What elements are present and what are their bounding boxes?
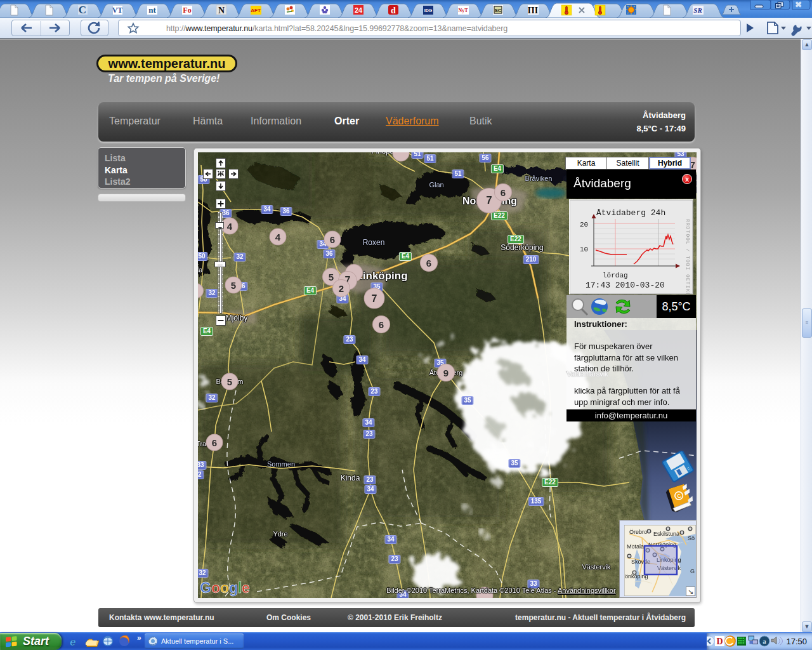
svg-text:a: a bbox=[763, 637, 766, 645]
svg-text:C: C bbox=[79, 4, 86, 16]
svg-text:Sö: Sö bbox=[688, 535, 695, 541]
svg-text:d: d bbox=[391, 6, 396, 15]
svg-text:»: » bbox=[137, 633, 141, 642]
svg-text:N: N bbox=[218, 6, 225, 15]
svg-text:G: G bbox=[200, 580, 211, 596]
svg-text:SC: SC bbox=[494, 8, 501, 13]
svg-text:nt: nt bbox=[148, 5, 156, 15]
svg-text:o: o bbox=[211, 580, 220, 596]
svg-text:RRDTOOL / TOBI OETIKER: RRDTOOL / TOBI OETIKER bbox=[685, 219, 691, 294]
svg-text:e: e bbox=[70, 636, 75, 648]
svg-text:AFT: AFT bbox=[251, 8, 261, 13]
svg-text:D: D bbox=[716, 637, 723, 646]
svg-text:Eskilstuna: Eskilstuna bbox=[653, 531, 679, 537]
svg-text:Åtvidaberg 24h: Åtvidaberg 24h bbox=[596, 208, 665, 218]
svg-text:VT: VT bbox=[112, 6, 123, 15]
svg-text:Fo: Fo bbox=[183, 6, 191, 15]
svg-text:g: g bbox=[229, 580, 238, 596]
svg-text:e: e bbox=[242, 580, 250, 596]
svg-text:Motala: Motala bbox=[627, 543, 644, 550]
svg-text:Örebro: Örebro bbox=[629, 529, 647, 535]
svg-text:24: 24 bbox=[355, 6, 363, 14]
svg-text:10: 10 bbox=[580, 246, 588, 253]
svg-text:17:43 2010-03-20: 17:43 2010-03-20 bbox=[586, 281, 665, 290]
svg-text:ΠI: ΠI bbox=[528, 6, 538, 15]
svg-text:lördag: lördag bbox=[603, 272, 628, 279]
svg-text:o: o bbox=[220, 580, 229, 596]
svg-text:20: 20 bbox=[580, 221, 588, 229]
svg-text:IDG: IDG bbox=[424, 8, 433, 13]
svg-text:NyT: NyT bbox=[458, 8, 468, 13]
svg-text:SR: SR bbox=[693, 6, 702, 14]
svg-text:G: G bbox=[690, 568, 695, 574]
